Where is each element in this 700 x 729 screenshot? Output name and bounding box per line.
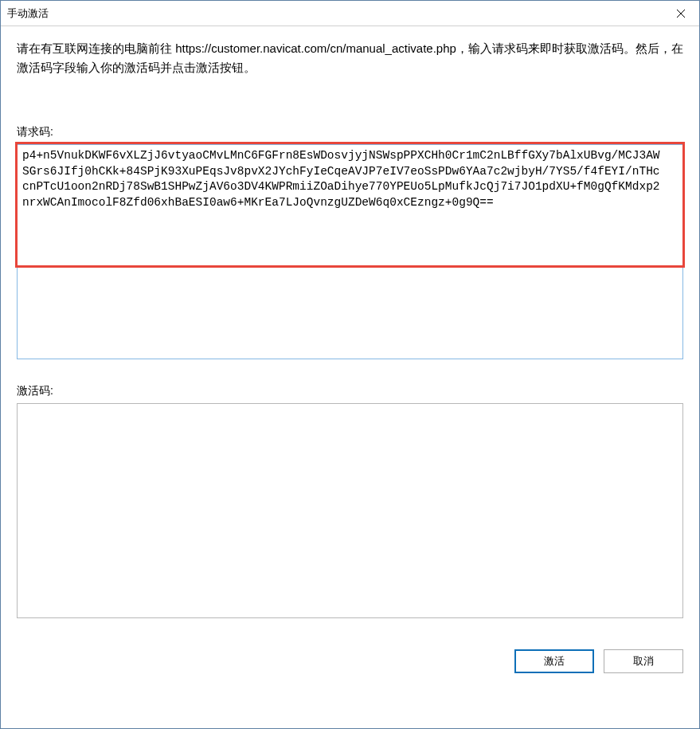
titlebar: 手动激活 xyxy=(1,1,699,26)
activation-code-textarea[interactable] xyxy=(17,403,683,618)
close-icon xyxy=(676,9,686,18)
request-code-label: 请求码: xyxy=(17,125,683,139)
button-row: 激活 取消 xyxy=(17,649,683,673)
activate-button[interactable]: 激活 xyxy=(514,649,594,673)
request-code-textarea[interactable] xyxy=(17,144,683,359)
activation-code-wrapper xyxy=(17,403,683,621)
activation-code-label: 激活码: xyxy=(17,384,683,398)
cancel-button[interactable]: 取消 xyxy=(604,649,683,673)
window-title: 手动激活 xyxy=(7,6,49,21)
dialog-content: 请在有互联网连接的电脑前往 https://customer.navicat.c… xyxy=(1,26,699,728)
close-button[interactable] xyxy=(663,1,699,25)
request-code-wrapper xyxy=(17,144,683,362)
instructions-text: 请在有互联网连接的电脑前往 https://customer.navicat.c… xyxy=(17,39,683,77)
dialog-window: 手动激活 请在有互联网连接的电脑前往 https://customer.navi… xyxy=(0,0,700,729)
